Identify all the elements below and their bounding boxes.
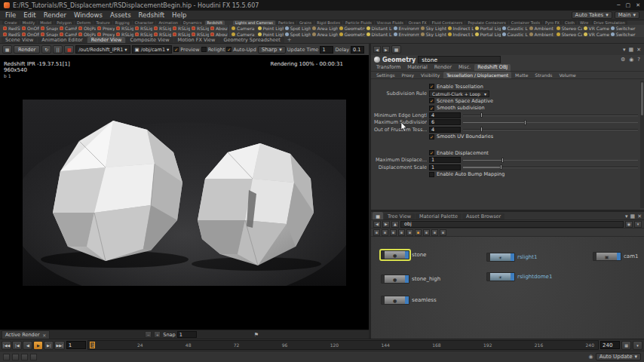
screen-space-adaptive-checkbox[interactable] <box>429 98 434 103</box>
transport-button[interactable]: ◀ <box>23 341 32 350</box>
tab-material[interactable]: Material <box>404 64 430 71</box>
shelf-tool[interactable]: RSLightSun <box>171 31 190 37</box>
tab-material-palette[interactable]: Material Palette <box>416 213 462 219</box>
transport-button[interactable]: ▶| <box>44 341 54 350</box>
node-name-field[interactable]: stone <box>418 56 501 63</box>
tab-redshift-obj[interactable]: Redshift OBJ <box>474 64 511 71</box>
node-cam1[interactable]: ▣ cam1 <box>593 252 638 261</box>
shelf-tool[interactable]: Area Light <box>311 25 338 31</box>
maximum-displacement-field[interactable]: 1 <box>429 157 461 163</box>
sharpen-selector[interactable]: Sharp▾ <box>258 46 286 54</box>
smooth-subdivision-checkbox[interactable] <box>429 106 434 111</box>
maximize-icon[interactable]: ▢ <box>626 2 631 8</box>
transport-button[interactable]: |◀◀ <box>2 341 11 350</box>
menu-item[interactable]: Assets <box>106 11 135 19</box>
menu-item[interactable]: File <box>2 11 20 19</box>
add-snapshot-icon[interactable]: + <box>154 331 161 338</box>
preview-checkbox[interactable] <box>173 47 179 52</box>
network-editor-tab[interactable]: ▦ <box>373 212 383 219</box>
displacement-scale-field[interactable]: 1 <box>429 164 461 170</box>
shelf-tool[interactable]: Sky Light <box>419 31 446 37</box>
status-tool-icon[interactable] <box>12 354 19 360</box>
subtab-proxy[interactable]: Proxy <box>399 72 417 78</box>
pane-menu-icon[interactable]: ▦ <box>2 45 12 54</box>
close-pane-icon[interactable]: ✕ <box>636 213 642 219</box>
network-tool-icon[interactable]: ▪ <box>390 229 397 236</box>
pause-icon[interactable]: || <box>53 45 63 54</box>
display-flag[interactable] <box>511 273 514 281</box>
transport-button[interactable]: ▶▶| <box>54 341 64 350</box>
active-render-tab[interactable]: Active Render✕ <box>2 330 50 339</box>
render-button[interactable]: Render <box>14 45 40 54</box>
shelf-tool[interactable]: VR Camera <box>582 25 609 31</box>
chevron-down-icon[interactable]: ▾ <box>624 213 629 219</box>
auto-update-checkbox[interactable] <box>226 47 232 52</box>
menu-item[interactable]: Windows <box>70 11 106 19</box>
subtab-strands[interactable]: Strands <box>532 72 555 78</box>
tab-asset-browser[interactable]: Asset Browser <box>462 213 504 219</box>
shelf-tool[interactable]: CamFrames <box>58 25 77 31</box>
end-frame-field[interactable]: 240 <box>600 341 620 349</box>
network-tool-icon[interactable]: ▪ <box>373 229 380 236</box>
tab-composite-view[interactable]: Composite View <box>126 37 173 43</box>
shelf-tool[interactable]: Switcher <box>609 25 636 31</box>
network-breadcrumb[interactable]: obj <box>400 221 624 228</box>
display-flag[interactable] <box>405 275 409 283</box>
shelf-tool[interactable]: Environment Light <box>392 25 419 31</box>
shelf-tool[interactable]: OnOff <box>20 31 39 37</box>
shelf-tool[interactable]: RedShift <box>2 31 20 37</box>
display-flag[interactable] <box>405 296 409 304</box>
tab-motion-fx-view[interactable]: Motion FX View <box>174 37 219 43</box>
maximum-displacement-slider[interactable] <box>463 157 638 163</box>
display-flag[interactable] <box>405 251 409 259</box>
refresh-icon[interactable]: ↻ <box>41 45 51 54</box>
node-stone-high[interactable]: ● stone_high <box>381 275 440 284</box>
speaker-icon[interactable]: ◉ <box>589 354 593 360</box>
menu-item[interactable]: Render <box>40 11 70 19</box>
display-flag[interactable] <box>511 253 514 261</box>
tab-geometry-spreadsheet[interactable]: Geometry Spreadsheet <box>219 37 284 43</box>
auto-update-selector[interactable]: Auto Update▾ <box>596 353 641 360</box>
shelf-tool[interactable]: Area Light <box>311 31 338 37</box>
network-tool-icon[interactable]: ▪ <box>406 229 413 236</box>
pin-icon[interactable]: ◉ <box>628 57 634 63</box>
maximum-subdivisions-slider[interactable] <box>463 119 638 125</box>
menu-item[interactable]: Help <box>168 11 190 19</box>
shelf-tool[interactable]: Ambient Light <box>528 25 555 31</box>
shelf-tool[interactable]: Indirect Light <box>446 31 474 37</box>
take-selector[interactable]: Main▾ <box>615 11 639 19</box>
display-flag[interactable] <box>617 253 621 260</box>
status-tool-icon[interactable] <box>21 354 28 360</box>
subdivision-rule-dropdown[interactable]: Catmull-Clark + Loop▾ <box>429 90 489 97</box>
render-viewport[interactable]: Redshift IPR -19.37.51[1] 960x540 b 1 Re… <box>0 55 369 330</box>
up-icon[interactable]: ▲ <box>391 221 399 228</box>
shelf-tool[interactable]: Snapshot <box>39 25 58 31</box>
shelf-tool[interactable]: Stereo Camera <box>555 31 582 37</box>
camera-selector[interactable]: ▣/obj/cam1▾ <box>132 45 173 54</box>
shelf-tool[interactable]: RSLightIES <box>152 31 171 37</box>
subtab-settings[interactable]: Settings <box>373 72 398 78</box>
tab-scene-view[interactable]: Scene View <box>2 37 37 43</box>
playback-options-icon[interactable]: ▦ <box>621 341 631 350</box>
shelf-tool[interactable]: Indirect Light <box>446 25 474 31</box>
close-icon[interactable]: ✕ <box>42 333 46 338</box>
parameter-scrollbar[interactable] <box>640 81 644 208</box>
chevron-down-icon[interactable]: ▾ <box>634 221 642 228</box>
shelf-tool[interactable]: Distant Light <box>365 31 392 37</box>
shelf-tool[interactable]: VR Camera <box>582 31 609 37</box>
shelf-tool[interactable]: ObjParms <box>77 25 96 31</box>
layout-grid-icon[interactable]: ▦ <box>630 213 636 219</box>
subtab-volume[interactable]: Volume <box>556 72 578 78</box>
shelf-tool[interactable]: Sky Light <box>419 25 446 31</box>
layout-grid-icon[interactable]: ▦ <box>628 47 635 53</box>
rop-selector[interactable]: /out/Redshift_IPR1▾ <box>75 45 130 54</box>
update-time-field[interactable]: 1 <box>320 46 333 54</box>
pin-icon[interactable]: ◉ <box>625 221 633 228</box>
shelf-tool[interactable]: Camera <box>230 25 256 31</box>
tab-misc[interactable]: Misc. <box>455 64 474 71</box>
shelf-tool[interactable]: Switcher <box>609 31 636 37</box>
shelf-tool[interactable]: Ambient Light <box>528 31 555 37</box>
flag-icon[interactable]: ⚑ <box>254 332 259 338</box>
enable-tessellation-checkbox[interactable] <box>429 84 434 89</box>
shelf-tool[interactable]: Spot Light <box>284 31 311 37</box>
